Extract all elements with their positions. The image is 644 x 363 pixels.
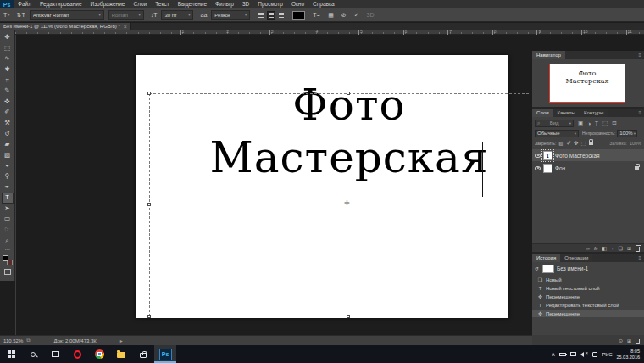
more-tools-icon[interactable]: ⋯	[5, 246, 10, 253]
dodge-tool-icon[interactable]: ⚲	[2, 171, 14, 182]
menu-image[interactable]: Изображение	[86, 0, 130, 8]
text-color-swatch[interactable]	[292, 11, 305, 20]
move-tool-icon[interactable]: ✥	[2, 32, 14, 43]
status-expand-icon[interactable]: ▸	[120, 338, 123, 343]
opacity-select[interactable]: 100% ▾	[617, 130, 637, 137]
warp-text-icon[interactable]: T⌣	[313, 12, 320, 19]
history-state-selected[interactable]: ✥ Перемещение	[532, 310, 644, 317]
link-layers-icon[interactable]: ∞	[586, 246, 590, 251]
history-state[interactable]: ❏ Новый	[532, 276, 644, 283]
toggle-panels-icon[interactable]: ▦	[328, 12, 334, 19]
path-selection-tool-icon[interactable]: ➤	[2, 204, 14, 215]
blur-tool-icon[interactable]: ◒	[2, 160, 14, 171]
healing-brush-tool-icon[interactable]: ✜	[2, 97, 14, 108]
handle-top-left[interactable]	[147, 92, 151, 95]
history-state[interactable]: T Редактировать текстовый слой	[532, 301, 644, 309]
panel-menu-icon[interactable]: ≡	[638, 51, 644, 59]
tab-layers[interactable]: Слои	[532, 109, 553, 117]
background-layer-thumbnail[interactable]	[543, 164, 552, 173]
lock-artboard-icon[interactable]: ⬚	[580, 140, 586, 147]
clone-stamp-tool-icon[interactable]: ⚒	[2, 118, 14, 129]
handle-bottom-left[interactable]	[147, 315, 151, 318]
text-bounding-box[interactable]	[149, 93, 529, 316]
font-style-select[interactable]: Roman ▾	[108, 10, 144, 20]
menu-filter[interactable]: Фильтр	[211, 0, 238, 8]
layer-filter-select[interactable]: ⌕ Вид ▾	[535, 120, 574, 127]
align-right-button[interactable]	[277, 11, 286, 20]
menu-3d[interactable]: 3D	[238, 0, 253, 8]
opera-taskbar-button[interactable]	[66, 345, 88, 363]
taskbar-clock[interactable]: 8:05 25.03.2016	[616, 349, 640, 360]
handle-top-middle[interactable]	[347, 92, 350, 95]
history-brush-tool-icon[interactable]: ↺	[2, 128, 14, 139]
quick-selection-tool-icon[interactable]: ✱	[2, 64, 14, 75]
lock-pixels-icon[interactable]: ✐	[567, 140, 571, 147]
filter-pixel-layers-icon[interactable]: ▣	[578, 120, 583, 126]
blend-mode-select[interactable]: Обычные ▾	[535, 130, 579, 137]
3d-button[interactable]: 3D	[367, 12, 375, 18]
menu-view[interactable]: Просмотр	[253, 0, 287, 8]
history-snapshot-row[interactable]: ↺ Без имени-1	[532, 263, 644, 274]
tab-channels[interactable]: Каналы	[553, 109, 580, 117]
tab-actions[interactable]: Операции	[560, 254, 592, 262]
layer-mask-icon[interactable]: ◧	[602, 245, 607, 251]
chrome-taskbar-button[interactable]	[88, 345, 110, 363]
start-button[interactable]	[0, 345, 22, 363]
hand-tool-icon[interactable]: ☞	[2, 225, 14, 236]
text-orientation-icon[interactable]: ⇅T	[17, 11, 25, 19]
quick-mask-icon[interactable]	[4, 269, 11, 275]
lock-all-icon[interactable]	[589, 142, 593, 145]
new-document-from-state-icon[interactable]: ⊙	[619, 338, 623, 343]
gradient-tool-icon[interactable]: ▧	[2, 150, 14, 161]
task-view-button[interactable]	[44, 345, 66, 363]
layer-row-background[interactable]: Фон	[532, 162, 644, 174]
align-left-button[interactable]	[257, 11, 265, 20]
file-explorer-button[interactable]	[110, 345, 132, 363]
lasso-tool-icon[interactable]: ∿	[2, 53, 14, 64]
filter-smart-objects-icon[interactable]: ⊡	[612, 120, 616, 126]
eyedropper-tool-icon[interactable]: ✎	[2, 86, 14, 97]
network-icon[interactable]	[570, 352, 576, 356]
language-indicator[interactable]: РУС	[602, 352, 612, 357]
tab-history[interactable]: История	[532, 254, 560, 262]
crop-tool-icon[interactable]: ⌗	[2, 75, 14, 86]
foreground-color-swatch[interactable]	[3, 255, 8, 261]
history-state[interactable]: T Новый текстовый слой	[532, 284, 644, 292]
muted-speaker-icon[interactable]	[580, 352, 588, 357]
font-family-select[interactable]: Antikvar Roman ▾	[30, 10, 104, 20]
navigator-thumbnail[interactable]: Фото Мастерская	[549, 64, 625, 103]
anti-alias-select[interactable]: Резкое ▾	[211, 10, 250, 20]
tool-preset-caret-icon[interactable]: ▾	[8, 13, 9, 17]
adjustment-layer-icon[interactable]: ◑	[611, 246, 614, 251]
panel-menu-icon[interactable]: ≡	[638, 109, 644, 117]
visibility-eye-icon[interactable]	[535, 154, 541, 158]
status-zoom-value[interactable]: 110,52%	[3, 338, 23, 343]
lock-transparency-icon[interactable]: ▨	[558, 140, 564, 147]
battery-icon[interactable]	[559, 353, 566, 356]
menu-type[interactable]: Текст	[151, 0, 173, 8]
history-brush-source-icon[interactable]: ↺	[534, 265, 540, 271]
photoshop-taskbar-button[interactable]: Ps	[154, 345, 176, 363]
type-tool-preset-icon[interactable]: T	[3, 11, 7, 19]
taskbar-search-button[interactable]	[22, 345, 44, 363]
delete-layer-icon[interactable]	[636, 247, 640, 252]
layer-style-icon[interactable]: fx	[594, 246, 597, 251]
menu-edit[interactable]: Редактирование	[36, 0, 86, 8]
tray-expand-icon[interactable]: ∧	[552, 351, 555, 357]
handle-bottom-middle[interactable]	[347, 315, 350, 318]
close-icon[interactable]: ×	[124, 24, 127, 30]
lock-position-icon[interactable]: ✥	[574, 140, 578, 147]
cancel-edits-icon[interactable]: ⊘	[341, 12, 347, 19]
zoom-tool-icon[interactable]: ⌕	[2, 235, 14, 246]
brush-tool-icon[interactable]: ✐	[2, 107, 14, 118]
eraser-tool-icon[interactable]: ▰	[2, 139, 14, 150]
commit-edits-icon[interactable]: ✓	[354, 12, 359, 19]
tab-navigator[interactable]: Навигатор	[532, 51, 565, 59]
filter-type-layers-icon[interactable]: T	[595, 120, 598, 126]
new-group-icon[interactable]: ❏	[619, 245, 623, 251]
font-size-select[interactable]: 30 пт ▾	[161, 10, 193, 20]
tab-paths[interactable]: Контуры	[580, 109, 608, 117]
notification-icon[interactable]	[592, 352, 597, 357]
layer-row-text[interactable]: T Фото Мастерская	[532, 149, 644, 161]
text-layer-thumbnail[interactable]: T	[543, 151, 552, 160]
